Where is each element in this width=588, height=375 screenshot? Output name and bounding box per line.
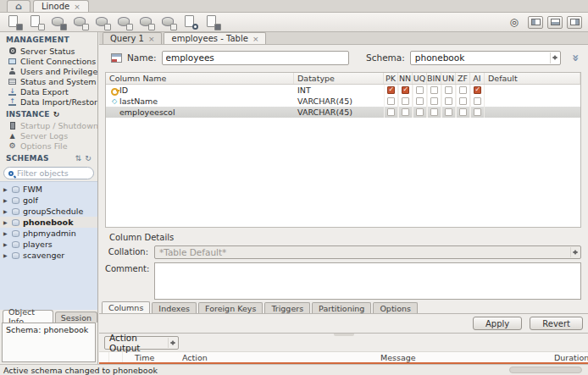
header-un[interactable]: UN	[441, 73, 456, 84]
expander-icon[interactable]: ▶	[3, 197, 8, 203]
uq-checkbox[interactable]	[416, 97, 424, 105]
schema-item-phonebook[interactable]: ▶phonebook	[0, 217, 97, 228]
un-checkbox[interactable]	[445, 108, 452, 116]
sidebar-item-data-export[interactable]: ↓Data Export	[0, 86, 97, 97]
column-row-id[interactable]: ID INT	[106, 85, 580, 96]
header-uq[interactable]: UQ	[413, 73, 427, 84]
close-icon[interactable]: ×	[252, 35, 259, 43]
sidebar-item-server-logs[interactable]: ▲Server Logs	[0, 130, 97, 141]
tab-indexes[interactable]: Indexes	[152, 302, 197, 313]
comment-input[interactable]	[154, 262, 581, 300]
schema-item-phpmyadmin[interactable]: ▶phpmyadmin	[0, 228, 97, 239]
new-query-tab-icon[interactable]	[6, 14, 22, 30]
close-icon[interactable]: ×	[74, 3, 80, 11]
sidebar-item-client-connections[interactable]: Client Connections	[0, 56, 97, 66]
expander-icon[interactable]: ▶	[3, 186, 8, 192]
sidebar-item-status-system-variables[interactable]: Status and System Variables	[0, 76, 97, 86]
tab-partitioning[interactable]: Partitioning	[312, 302, 371, 313]
close-icon[interactable]: ×	[148, 35, 155, 43]
header-action[interactable]: Action	[182, 353, 380, 362]
open-sql-script-icon[interactable]	[28, 14, 44, 30]
home-tab[interactable]: ⌂	[7, 0, 31, 12]
schema-item-scavenger[interactable]: ▶scavenger	[0, 250, 97, 261]
expander-icon[interactable]: ▶	[3, 230, 8, 236]
zf-checkbox[interactable]	[459, 97, 467, 105]
create-event-icon[interactable]	[160, 14, 176, 30]
tab-query-1[interactable]: Query 1 ×	[103, 32, 162, 44]
tab-foreign-keys[interactable]: Foreign Keys	[198, 302, 263, 313]
ai-checkbox[interactable]	[474, 86, 481, 94]
tab-options[interactable]: Options	[373, 302, 418, 313]
connection-tab-linode[interactable]: Linode ×	[33, 0, 89, 12]
pk-checkbox[interactable]	[387, 97, 395, 105]
expander-icon[interactable]: ▶	[3, 219, 8, 225]
column-row-lastname[interactable]: ◇lastName VARCHAR(45)	[106, 96, 580, 107]
ai-checkbox[interactable]	[474, 97, 481, 105]
tab-triggers[interactable]: Triggers	[264, 302, 310, 313]
toggle-bottom-panel-button[interactable]	[547, 16, 563, 29]
zf-checkbox[interactable]	[459, 108, 467, 116]
create-procedure-icon[interactable]	[116, 14, 132, 30]
tab-employees-table[interactable]: employees - Table ×	[164, 32, 266, 44]
apply-button[interactable]: Apply	[473, 317, 522, 330]
horizontal-scrollbar-thumb[interactable]	[509, 367, 582, 373]
bin-checkbox[interactable]	[430, 97, 438, 105]
nn-checkbox[interactable]	[402, 108, 409, 116]
un-checkbox[interactable]	[445, 86, 452, 94]
uq-checkbox[interactable]	[416, 86, 424, 94]
sidebar-item-server-status[interactable]: Server Status	[0, 46, 97, 56]
create-schema-icon[interactable]	[50, 14, 66, 30]
sidebar-item-options-file[interactable]: ⚙Options File	[0, 141, 97, 151]
column-row-employeescol[interactable]: employeescol VARCHAR(45)	[106, 107, 580, 118]
header-duration-fetch[interactable]: Duration / Fetch	[554, 353, 588, 362]
create-view-icon[interactable]	[94, 14, 110, 30]
table-name-input[interactable]	[162, 51, 350, 65]
header-zf[interactable]: ZF	[456, 73, 470, 84]
uq-checkbox[interactable]	[416, 108, 424, 116]
header-nn[interactable]: NN	[398, 73, 413, 84]
sidebar-item-data-import-restore[interactable]: ↑Data Import/Restore	[0, 97, 97, 107]
schema-item-fwm[interactable]: ▶FWM	[0, 184, 97, 195]
output-selector[interactable]: Action Output	[104, 336, 179, 350]
header-column-name[interactable]: Column Name	[106, 73, 294, 84]
revert-button[interactable]: Revert	[530, 317, 583, 330]
search-table-data-icon[interactable]	[182, 14, 198, 30]
tab-columns[interactable]: Columns	[102, 301, 150, 313]
nn-checkbox[interactable]	[402, 97, 409, 105]
expand-collapse-icon[interactable]: ⇅	[75, 154, 82, 163]
refresh-schemas-icon[interactable]: ↻	[85, 154, 92, 163]
tab-object-info[interactable]: Object Info	[3, 310, 53, 323]
sidebar-item-startup-shutdown[interactable]: Startup / Shutdown	[0, 120, 97, 130]
bin-checkbox[interactable]	[430, 108, 438, 116]
un-checkbox[interactable]	[445, 97, 452, 105]
schema-filter-input[interactable]	[17, 168, 85, 178]
tab-session[interactable]: Session	[55, 312, 97, 323]
header-message[interactable]: Message	[380, 353, 554, 362]
schema-item-golf[interactable]: ▶golf	[0, 195, 97, 206]
pk-checkbox[interactable]	[387, 86, 395, 94]
plugins-icon[interactable]	[204, 14, 220, 30]
bin-checkbox[interactable]	[430, 86, 438, 94]
sidebar-item-users-privileges[interactable]: Users and Privileges	[0, 66, 97, 76]
schema-select[interactable]: phonebook	[410, 51, 561, 65]
collapse-chevrons-icon[interactable]: »	[569, 54, 583, 61]
header-default[interactable]: Default	[485, 73, 580, 84]
header-bin[interactable]: BIN	[427, 73, 441, 84]
create-table-icon[interactable]	[72, 14, 88, 30]
pk-checkbox[interactable]	[387, 108, 395, 116]
schema-item-players[interactable]: ▶players	[0, 239, 97, 250]
expander-icon[interactable]: ▶	[3, 252, 8, 258]
toggle-right-panel-button[interactable]	[567, 16, 582, 29]
schema-filter-box[interactable]	[3, 167, 94, 179]
target-circle-icon[interactable]: ◎	[510, 16, 519, 28]
ai-checkbox[interactable]	[474, 108, 481, 116]
expander-icon[interactable]: ▶	[3, 208, 8, 214]
nn-checkbox[interactable]	[402, 86, 409, 94]
spinner-icon[interactable]	[550, 52, 559, 63]
schema-item-groupschedule[interactable]: ▶groupSchedule	[0, 206, 97, 217]
header-pk[interactable]: PK	[384, 73, 398, 84]
header-ai[interactable]: AI	[470, 73, 485, 84]
create-function-icon[interactable]	[138, 14, 154, 30]
splitter-grip[interactable]	[334, 334, 354, 336]
toggle-left-panel-button[interactable]	[528, 16, 543, 29]
